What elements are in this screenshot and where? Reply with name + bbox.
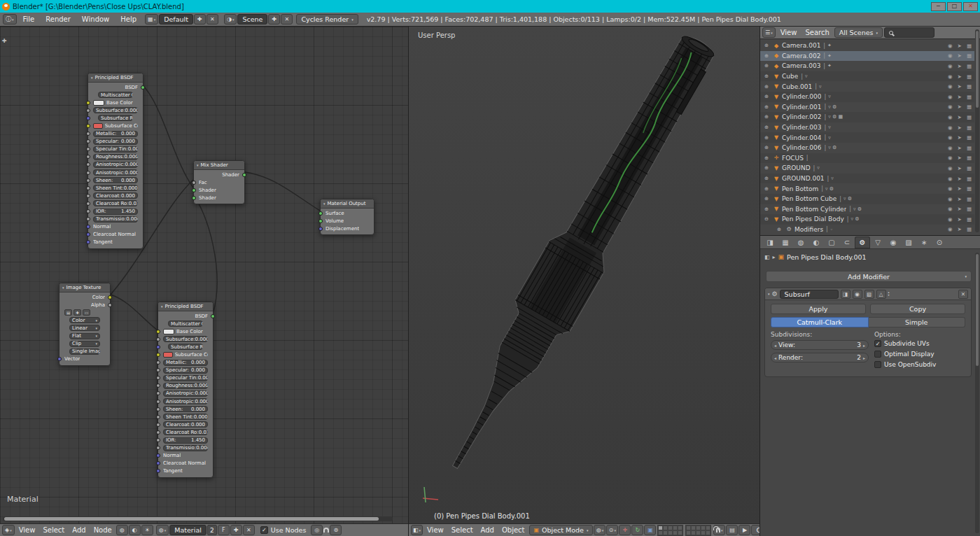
restrict-render-icon[interactable]: ▦	[967, 196, 972, 202]
layout-browse-icon[interactable]: ▦▾	[145, 14, 158, 24]
node-editor-menu-item[interactable]: Node	[90, 526, 115, 534]
use-nodes-checkbox[interactable]: ✓	[260, 526, 268, 534]
collapse-icon[interactable]: ▾	[768, 292, 770, 296]
input-socket[interactable]	[86, 217, 90, 221]
restrict-render-icon[interactable]: ▦	[967, 176, 972, 182]
node-editor-menu-item[interactable]: Select	[39, 526, 68, 534]
output-socket[interactable]	[108, 295, 112, 299]
node-param-row[interactable]: Roughness:0.000▾ Roughness:	[163, 382, 208, 390]
info-menu-item[interactable]: Render	[41, 15, 76, 23]
viewport-menu-item[interactable]: Select	[448, 526, 477, 534]
input-socket[interactable]	[86, 240, 90, 244]
expand-icon[interactable]: ⊕	[777, 227, 785, 232]
input-socket[interactable]	[86, 225, 90, 229]
outliner-row[interactable]: ⊖ ▼ Pen Pipes Dial Body | ▿ ⚙ ◉ ➤ ▦	[760, 214, 974, 225]
restrict-render-icon[interactable]: ▦	[967, 134, 972, 141]
layer-toggle[interactable]	[696, 530, 701, 535]
decrement-icon[interactable]: ◂	[774, 355, 776, 360]
expand-icon[interactable]: ⊕	[764, 176, 772, 181]
output-socket[interactable]	[108, 303, 112, 307]
outliner-row[interactable]: ⊕ ▼ Cylinder.004 | ▿ ◉ ➤ ▦	[760, 132, 974, 143]
input-socket[interactable]	[156, 330, 160, 334]
outliner-scope-dropdown[interactable]: All Scenes▾	[834, 27, 883, 38]
layout-add-button[interactable]: ✚	[194, 14, 206, 24]
restrict-select-icon[interactable]: ➤	[958, 83, 962, 90]
collapse-icon[interactable]: ▾	[62, 285, 64, 290]
restrict-view-icon[interactable]: ◉	[948, 216, 953, 223]
input-socket[interactable]	[86, 209, 90, 213]
restrict-render-icon[interactable]: ▦	[967, 73, 972, 80]
outliner-row[interactable]: ⊕ ▼ GROUND | ▿ ◉ ➤ ▦	[760, 163, 974, 174]
restrict-render-icon[interactable]: ▦	[967, 43, 972, 49]
node-param-row[interactable]: Vector	[64, 355, 105, 363]
outliner-row[interactable]: ⊕ ▼ Cylinder.006 | ▿ ⚙ ◉ ➤ ▦	[760, 143, 974, 153]
node-param-row[interactable]: Subsurface Colo▾ Subsurface Colo	[163, 351, 208, 358]
open-image-icon[interactable]: ▭	[83, 309, 90, 316]
node-param-row[interactable]: Sheen:0.000▾ Sheen:	[163, 405, 208, 413]
outliner-row[interactable]: ⊕ ◆ Camera.002 | ✦ ◉ ➤ ▦	[760, 51, 974, 62]
input-socket[interactable]	[156, 383, 160, 388]
node-param-row[interactable]: Multiscatter GGX▾ Multiscatter GGX	[93, 91, 138, 99]
restrict-render-icon[interactable]: ▦	[967, 63, 972, 69]
input-socket[interactable]	[156, 430, 160, 435]
outliner-row[interactable]: ⊕ ▼ Cylinder.001 | ▿ ⚙ ◉ ➤ ▦	[760, 102, 974, 113]
node-param-row[interactable]: Subsurface Radius▾ Subsurface Radius	[93, 114, 138, 122]
node-param-row[interactable]: Tangent▾ Tangent	[93, 239, 138, 246]
input-socket[interactable]	[156, 446, 160, 450]
expand-icon[interactable]: ⊕	[764, 155, 772, 161]
restrict-view-icon[interactable]: ◉	[948, 206, 953, 212]
restrict-select-icon[interactable]: ➤	[958, 216, 962, 223]
input-socket[interactable]	[86, 132, 90, 136]
input-socket[interactable]	[318, 219, 323, 223]
option-row[interactable]: Optimal Display	[874, 351, 936, 358]
object-name[interactable]: Cube	[782, 73, 798, 80]
input-socket[interactable]	[86, 162, 90, 167]
input-socket[interactable]	[156, 453, 160, 458]
input-socket[interactable]	[86, 155, 90, 159]
input-socket[interactable]	[156, 337, 160, 341]
node-param-row[interactable]: Metallic:0.000▾ Metallic:	[163, 359, 208, 367]
projection-dropdown[interactable]: Flat▾	[64, 332, 105, 339]
node-param-row[interactable]: Normal▾ Normal	[163, 452, 208, 460]
restrict-render-icon[interactable]: ▦	[967, 155, 972, 161]
minimize-button[interactable]: ─	[931, 2, 946, 11]
input-socket[interactable]	[318, 211, 323, 216]
layer-toggle[interactable]	[668, 530, 673, 535]
input-socket[interactable]	[86, 232, 90, 237]
restrict-render-icon[interactable]: ▦	[967, 226, 972, 232]
node-param-row[interactable]: Clearcoat Ro:0.030▾ Clearcoat Ro:	[163, 428, 208, 436]
node-param-row[interactable]: Clearcoat Ro:0.030▾ Clearcoat Ro:	[93, 199, 138, 207]
input-socket[interactable]	[156, 360, 160, 365]
node-editor-canvas[interactable]: ✚ ▾Principled BSDF	[0, 27, 408, 523]
scene-name-field[interactable]: Scene	[237, 14, 267, 24]
input-socket[interactable]	[156, 391, 160, 395]
restrict-select-icon[interactable]: ➤	[958, 63, 962, 69]
outliner-row[interactable]: ⊕ ▼ Cube | ▿ ◉ ➤ ▦	[760, 71, 974, 82]
input-socket[interactable]	[86, 202, 90, 206]
color-swatch[interactable]	[163, 352, 173, 358]
node-param-row[interactable]: Tangent▾ Tangent	[163, 467, 208, 475]
outliner-row[interactable]: ⊕ ⚙ Modifiers | ◦ ◉ ➤ ▦	[760, 225, 974, 235]
output-socket[interactable]	[141, 85, 145, 90]
info-menu-item[interactable]: Window	[77, 15, 114, 23]
input-socket[interactable]	[318, 227, 323, 231]
object-name[interactable]: Pen Pipes Dial Body	[782, 216, 844, 223]
editor-type-outliner-button[interactable]: ☰▾	[762, 27, 776, 38]
restrict-select-icon[interactable]: ➤	[958, 125, 962, 131]
expand-icon[interactable]: ⊕	[764, 114, 772, 120]
restrict-view-icon[interactable]: ◉	[948, 43, 953, 49]
layer-toggle[interactable]	[668, 526, 673, 530]
object-name[interactable]: GROUND	[782, 164, 811, 171]
breadcrumb-object-name[interactable]: Pen Pipes Dial Body.001	[787, 253, 867, 261]
layer-toggle[interactable]	[706, 526, 710, 530]
object-name[interactable]: Camera.002	[782, 52, 820, 59]
node-param-row[interactable]: Specular:0.000▾ Specular:	[163, 367, 208, 374]
modifier-cage-toggle[interactable]: △	[876, 290, 886, 299]
input-socket[interactable]	[156, 353, 160, 357]
apply-button[interactable]: Apply	[771, 304, 866, 314]
modifier-view-toggle[interactable]: ◉	[853, 290, 862, 299]
color-space-dropdown[interactable]: Color▾	[64, 316, 105, 324]
object-name[interactable]: Cube.001	[782, 83, 812, 90]
expand-icon[interactable]: ⊕	[764, 145, 772, 150]
object-name[interactable]: Cylinder.006	[782, 144, 821, 151]
